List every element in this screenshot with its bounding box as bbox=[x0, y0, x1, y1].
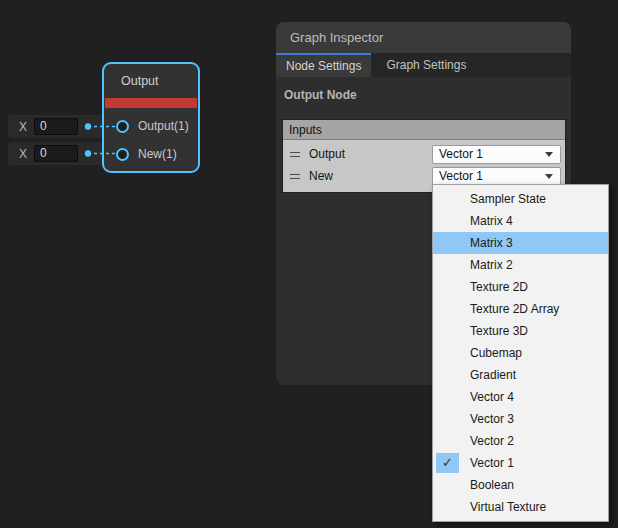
menu-item-matrix-3[interactable]: ✓ Matrix 3 bbox=[433, 232, 608, 254]
menu-item-label: Vector 3 bbox=[470, 412, 514, 426]
menu-item-cubemap[interactable]: ✓ Cubemap bbox=[433, 342, 608, 364]
menu-item-boolean[interactable]: ✓ Boolean bbox=[433, 474, 608, 496]
menu-item-vector-2[interactable]: ✓ Vector 2 bbox=[433, 430, 608, 452]
drag-handle-icon[interactable] bbox=[290, 152, 300, 157]
type-dropdown-menu: ✓ Sampler State ✓ Matrix 4 ✓ Matrix 3 ✓ … bbox=[432, 184, 609, 522]
menu-item-virtual-texture[interactable]: ✓ Virtual Texture bbox=[433, 496, 608, 518]
node-settings-heading: Output Node bbox=[284, 88, 571, 102]
menu-item-label: Boolean bbox=[470, 478, 514, 492]
menu-item-texture-3d[interactable]: ✓ Texture 3D bbox=[433, 320, 608, 342]
menu-item-label: Matrix 3 bbox=[470, 236, 513, 250]
menu-item-label: Texture 3D bbox=[470, 324, 528, 338]
port-row-new: New(1) bbox=[104, 140, 198, 168]
port-connector-icon[interactable] bbox=[116, 120, 129, 133]
node-input-ports: Output(1) New(1) bbox=[104, 108, 198, 168]
tab-graph-settings[interactable]: Graph Settings bbox=[371, 53, 481, 77]
x-component-label: X bbox=[19, 147, 27, 161]
x-value-input[interactable]: 0 bbox=[34, 145, 78, 162]
drag-handle-icon[interactable] bbox=[290, 174, 300, 179]
chevron-down-icon bbox=[545, 174, 553, 179]
menu-item-vector-1[interactable]: ✓ Vector 1 bbox=[433, 452, 608, 474]
input-name-label: New bbox=[309, 169, 333, 183]
selected-type-label: Vector 1 bbox=[439, 169, 483, 183]
menu-item-label: Matrix 2 bbox=[470, 258, 513, 272]
menu-item-texture-2d[interactable]: ✓ Texture 2D bbox=[433, 276, 608, 298]
inspector-tabbar: Node Settings Graph Settings bbox=[276, 53, 571, 77]
chevron-down-icon bbox=[545, 152, 553, 157]
menu-item-gradient[interactable]: ✓ Gradient bbox=[433, 364, 608, 386]
menu-item-label: Vector 4 bbox=[470, 390, 514, 404]
menu-item-texture-2d-array[interactable]: ✓ Texture 2D Array bbox=[433, 298, 608, 320]
x-component-label: X bbox=[19, 120, 27, 134]
inputs-list-header: Inputs bbox=[283, 120, 565, 140]
menu-item-label: Sampler State bbox=[470, 192, 546, 206]
menu-item-matrix-2[interactable]: ✓ Matrix 2 bbox=[433, 254, 608, 276]
node-error-bar bbox=[105, 98, 197, 108]
input-name-label: Output bbox=[309, 147, 345, 161]
port-row-output: Output(1) bbox=[104, 112, 198, 140]
type-dropdown-new[interactable]: Vector 1 bbox=[432, 167, 561, 186]
menu-item-matrix-4[interactable]: ✓ Matrix 4 bbox=[433, 210, 608, 232]
node-title: Output bbox=[104, 64, 198, 98]
value-input-row: X 0 bbox=[8, 142, 103, 165]
menu-item-label: Vector 2 bbox=[470, 434, 514, 448]
tab-node-settings[interactable]: Node Settings bbox=[276, 53, 371, 77]
port-label: Output(1) bbox=[138, 119, 189, 133]
x-value-input[interactable]: 0 bbox=[34, 118, 78, 135]
type-dropdown-output[interactable]: Vector 1 bbox=[432, 145, 561, 164]
menu-item-vector-3[interactable]: ✓ Vector 3 bbox=[433, 408, 608, 430]
value-input-row: X 0 bbox=[8, 115, 103, 138]
inputs-reorderable-list: Inputs Output Vector 1 New Vector 1 bbox=[282, 119, 566, 193]
menu-item-label: Vector 1 bbox=[470, 456, 514, 470]
menu-item-label: Gradient bbox=[470, 368, 516, 382]
input-row-output[interactable]: Output Vector 1 bbox=[283, 143, 561, 165]
output-node[interactable]: Output Output(1) New(1) bbox=[102, 62, 200, 173]
menu-item-label: Matrix 4 bbox=[470, 214, 513, 228]
menu-item-sampler-state[interactable]: ✓ Sampler State bbox=[433, 188, 608, 210]
menu-item-label: Texture 2D bbox=[470, 280, 528, 294]
selected-type-label: Vector 1 bbox=[439, 147, 483, 161]
shader-graph-canvas[interactable]: { "colors": { "background": "#202020", "… bbox=[0, 0, 618, 528]
menu-item-label: Texture 2D Array bbox=[470, 302, 559, 316]
menu-item-label: Virtual Texture bbox=[470, 500, 546, 514]
menu-item-vector-4[interactable]: ✓ Vector 4 bbox=[433, 386, 608, 408]
port-connector-icon[interactable] bbox=[116, 148, 129, 161]
menu-item-label: Cubemap bbox=[470, 346, 522, 360]
panel-title: Graph Inspector bbox=[276, 22, 571, 53]
check-icon: ✓ bbox=[436, 453, 459, 473]
port-label: New(1) bbox=[138, 147, 177, 161]
